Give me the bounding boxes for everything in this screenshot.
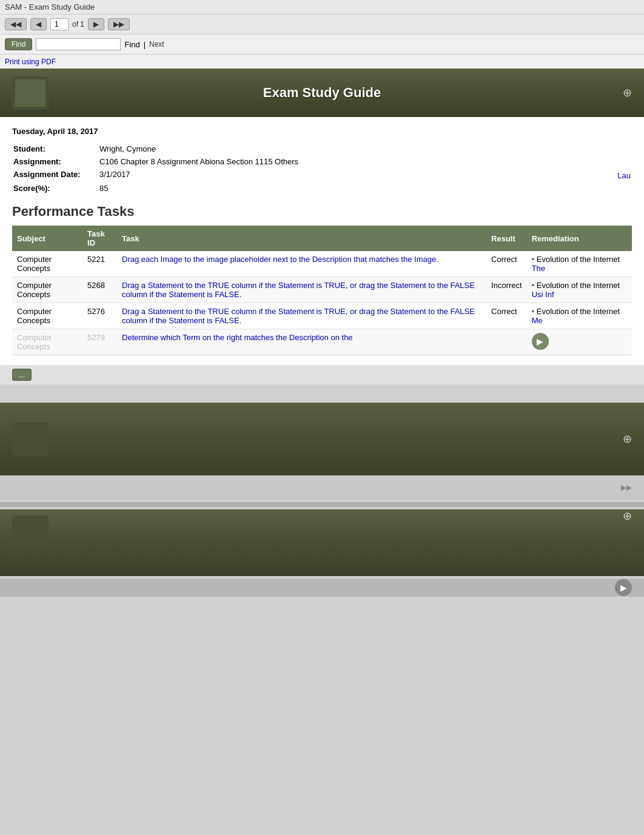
task-link[interactable]: Drag a Statement to the TRUE column if t… <box>122 307 475 325</box>
cell-task: Drag each Image to the image placeholder… <box>117 251 486 277</box>
search-bar: Find Find | Next <box>0 35 644 55</box>
header-banner: Exam Study Guide ⊕ <box>0 69 644 117</box>
cell-task-id: 5276 <box>82 303 117 329</box>
assignment-date-label: Assignment Date: <box>13 169 98 181</box>
bullet-icon: • <box>532 307 537 316</box>
task-link[interactable]: Drag each Image to the image placeholder… <box>122 255 438 264</box>
cell-remediation: ▶ <box>527 329 632 355</box>
bottom-label: ▶▶ <box>621 483 632 492</box>
row-circle-button[interactable]: ▶ <box>532 333 549 350</box>
first-page-button[interactable]: ◀◀ <box>5 18 27 30</box>
title-text: SAM - Exam Study Guide <box>5 2 95 12</box>
page-of-label: of 1 <box>72 20 84 29</box>
student-label: Student: <box>13 143 98 155</box>
cell-subject: Computer Concepts <box>12 329 82 355</box>
col-subject: Subject <box>12 226 82 251</box>
large-gray-bar <box>0 502 644 507</box>
cell-task: Drag a Statement to the TRUE column if t… <box>117 277 486 303</box>
cell-subject: Computer Concepts <box>12 277 82 303</box>
last-page-button[interactable]: ▶▶ <box>108 18 130 30</box>
task-link[interactable]: Determine which Term on the right matche… <box>122 333 353 342</box>
second-banner-logo <box>12 423 49 456</box>
tasks-table: Subject Task ID Task Result Remediation … <box>12 226 632 355</box>
third-bottom-bar: ▶ <box>0 578 644 597</box>
task-link[interactable]: Drag a Statement to the TRUE column if t… <box>122 281 475 299</box>
score-label: Score(%): <box>13 183 98 194</box>
separator: | <box>144 40 146 49</box>
cell-result: Correct <box>486 251 527 277</box>
main-content: Tuesday, April 18, 2017 Student: Wright,… <box>0 117 644 365</box>
remediation-topic: Evolution of the Internet <box>537 255 620 264</box>
header-logo-inner <box>15 79 45 107</box>
cell-subject: Computer Concepts <box>12 251 82 277</box>
header-title: Exam Study Guide <box>263 85 381 101</box>
cell-result <box>486 329 527 355</box>
print-link-bar: Print using PDF <box>0 55 644 69</box>
assignment-value: C106 Chapter 8 Assignment Abiona Section… <box>99 156 631 167</box>
cell-task: Determine which Term on the right matche… <box>117 329 486 355</box>
cell-result: Correct <box>486 303 527 329</box>
table-row: Computer Concepts5279Determine which Ter… <box>12 329 632 355</box>
cell-remediation: • Evolution of the Internet The <box>527 251 632 277</box>
next-page-button[interactable]: ▶ <box>88 18 104 30</box>
second-banner-icon: ⊕ <box>623 432 632 446</box>
table-row: Computer Concepts5221Drag each Image to … <box>12 251 632 277</box>
third-logo <box>12 515 49 549</box>
student-value: Wright, Cymone <box>99 143 631 155</box>
prev-page-button[interactable]: ◀ <box>30 18 47 30</box>
cell-task: Drag a Statement to the TRUE column if t… <box>117 303 486 329</box>
action-button-1[interactable]: ... <box>12 369 32 381</box>
second-banner: ⊕ <box>0 403 644 475</box>
remediation-link[interactable]: Usi Inf <box>532 290 554 299</box>
date-line: Tuesday, April 18, 2017 <box>12 127 632 136</box>
cell-remediation: • Evolution of the Internet Usi Inf <box>527 277 632 303</box>
launch-link[interactable]: Lau <box>617 170 631 180</box>
assignment-label: Assignment: <box>13 156 98 167</box>
third-banner: ⊕ <box>0 509 644 576</box>
table-row: Computer Concepts5276Drag a Statement to… <box>12 303 632 329</box>
col-task: Task <box>117 226 486 251</box>
assignment-date-value: 3/1/2017 <box>99 170 130 179</box>
bottom-section: ▶▶ <box>0 475 644 500</box>
remediation-topic: Evolution of the Internet <box>537 307 620 316</box>
find-label: Find <box>124 40 139 49</box>
third-section: ⊕ ▶ <box>0 509 644 606</box>
cell-task-id: 5279 <box>82 329 117 355</box>
cell-task-id: 5268 <box>82 277 117 303</box>
header-icon-right: ⊕ <box>623 86 632 99</box>
title-bar: SAM - Exam Study Guide <box>0 0 644 15</box>
remediation-link[interactable]: Me <box>532 316 543 325</box>
search-input[interactable] <box>36 38 121 50</box>
section-title: Performance Tasks <box>12 204 632 220</box>
third-icon-right: ⊕ <box>623 509 632 523</box>
find-button[interactable]: Find <box>5 38 32 50</box>
col-remediation: Remediation <box>527 226 632 251</box>
cell-subject: Computer Concepts <box>12 303 82 329</box>
circle-nav-button[interactable]: ▶ <box>615 579 632 596</box>
next-link[interactable]: Next <box>149 40 164 49</box>
bullet-icon: • <box>532 281 537 290</box>
cell-remediation: • Evolution of the Internet Me <box>527 303 632 329</box>
table-row: Computer Concepts5268Drag a Statement to… <box>12 277 632 303</box>
score-value: 85 <box>99 183 631 194</box>
print-link[interactable]: Print using PDF <box>5 58 56 66</box>
col-task-id: Task ID <box>82 226 117 251</box>
header-logo <box>12 76 49 110</box>
page-number-input[interactable] <box>50 18 69 30</box>
col-result: Result <box>486 226 527 251</box>
remediation-topic: Evolution of the Internet <box>537 281 620 290</box>
toolbar: ◀◀ ◀ of 1 ▶ ▶▶ <box>0 15 644 35</box>
info-table: Student: Wright, Cymone Assignment: C106… <box>12 142 632 195</box>
action-bar: ... <box>0 365 644 384</box>
remediation-link[interactable]: The <box>532 264 545 273</box>
cell-task-id: 5221 <box>82 251 117 277</box>
cell-result: Incorrect <box>486 277 527 303</box>
bullet-icon: • <box>532 255 537 264</box>
